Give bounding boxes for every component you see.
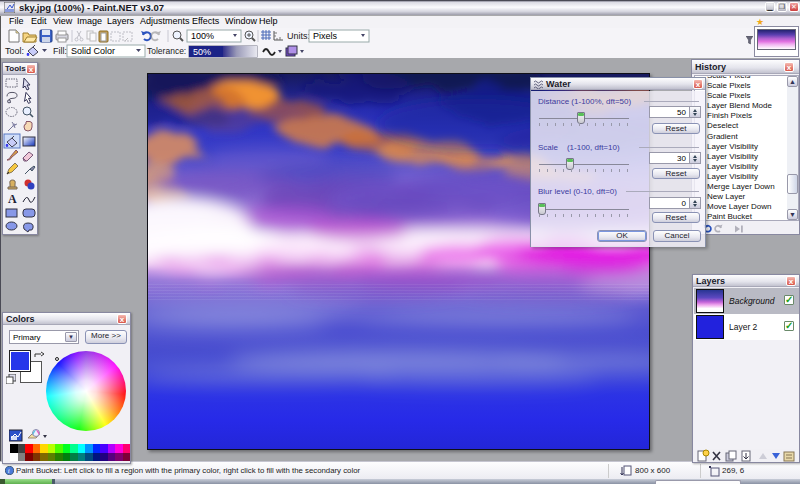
svg-text:i: i (8, 467, 10, 474)
svg-text:Tool:: Tool: (5, 46, 24, 56)
svg-text:Solid Color: Solid Color (71, 46, 115, 56)
svg-text:50%: 50% (193, 47, 211, 57)
svg-text:A: A (8, 192, 17, 206)
svg-text:Fill:: Fill: (53, 46, 67, 56)
svg-text:Units:: Units: (287, 31, 310, 41)
svg-text:Tolerance:: Tolerance: (147, 46, 186, 56)
svg-text:Pixels: Pixels (313, 31, 338, 41)
svg-text:100%: 100% (191, 31, 214, 41)
